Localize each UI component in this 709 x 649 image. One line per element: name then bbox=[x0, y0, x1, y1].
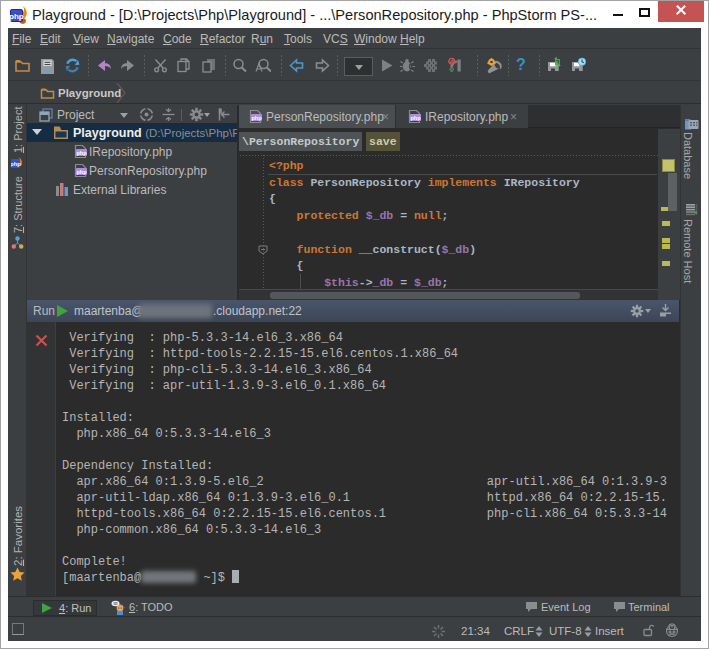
svg-text:php: php bbox=[11, 161, 21, 167]
svg-text:php: php bbox=[76, 150, 87, 156]
svg-text:php: php bbox=[10, 12, 24, 21]
svg-text:php: php bbox=[76, 169, 87, 175]
svg-text:php: php bbox=[410, 115, 421, 121]
svg-text:php: php bbox=[251, 115, 262, 121]
